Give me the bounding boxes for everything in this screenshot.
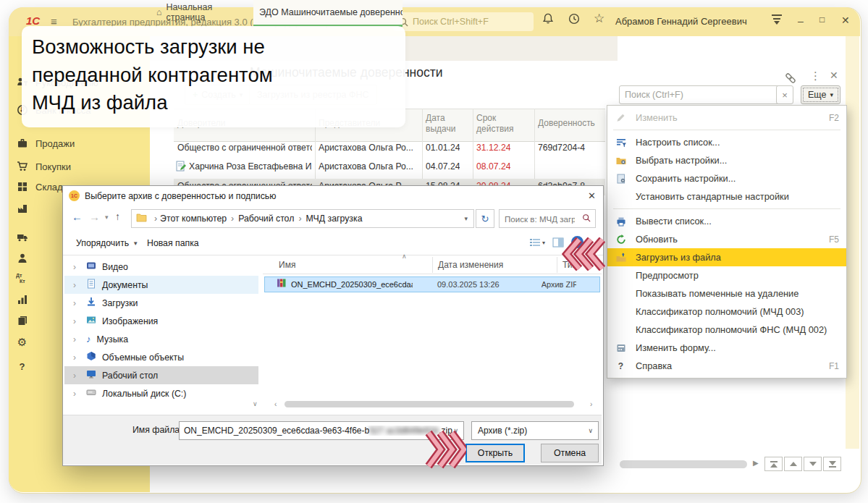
dialog-titlebar[interactable]: 1С Выберите архив с доверенностью и подп… [63, 186, 603, 206]
filelist-horizontal-scrollbar[interactable] [285, 401, 574, 407]
filetype-dropdown-icon[interactable]: ∨ [588, 427, 593, 434]
sidebar-item-operations[interactable]: ДтКт [16, 271, 28, 285]
sidebar-item-warehouse[interactable]: Склад [16, 179, 63, 194]
filelist-scroll-left-icon[interactable]: ‹ [274, 400, 277, 408]
menu-item-label: Установить стандартные настройки [636, 191, 789, 202]
horizontal-scrollbar[interactable] [620, 460, 747, 468]
refresh-address-icon: ↻ [481, 214, 489, 224]
file-row-selected[interactable]: ON_EMCHD_20250309_ece6cdaa-9e63-4f6e-b..… [264, 276, 600, 292]
clear-search-button[interactable]: × [776, 85, 793, 104]
sidebar-item-administration[interactable]: ⚙ [16, 335, 28, 350]
refresh-button[interactable]: ↻ [476, 209, 494, 228]
dialog-search-input[interactable]: Поиск в: МЧД загрузка [499, 209, 596, 228]
sidebar-item-production[interactable] [16, 201, 28, 216]
open-button[interactable]: Открыть [465, 444, 525, 462]
scroll-to-top-button[interactable] [764, 457, 783, 471]
dialog-close-button[interactable]: ✕ [588, 190, 596, 201]
sidebar-item-directories[interactable] [16, 313, 28, 328]
close-form-icon[interactable]: ✕ [830, 69, 838, 81]
sidebar-item-reports[interactable] [16, 292, 28, 307]
annotation-note: Возможность загрузки не переданной контр… [22, 26, 405, 127]
col-issue-date[interactable]: Дата выдачи [426, 113, 455, 135]
1c-logo-icon: 1С [26, 14, 40, 27]
tree-item-video[interactable]: › Видео [64, 258, 258, 276]
breadcrumb-desktop[interactable]: Рабочий стол [238, 214, 294, 224]
filetype-select[interactable]: Архив (*.zip) ∨ [471, 421, 599, 440]
col-poa-number[interactable]: Доверенность [538, 118, 604, 129]
tree-item-label: Рабочий стол [102, 371, 158, 381]
breadcrumb-folder[interactable]: МЧД загрузка [306, 214, 362, 224]
menu-item-edit-form[interactable]: Изменить форму... [607, 339, 846, 357]
file-col-modified[interactable]: Дата изменения [438, 260, 503, 270]
minimize-button[interactable]: – [798, 16, 804, 26]
file-modified: 09.03.2025 13:26 [437, 280, 500, 289]
list-search-input[interactable]: Поиск (Ctrl+F) [619, 85, 783, 104]
history-icon[interactable] [568, 12, 581, 28]
chevron-left-annotation [562, 237, 610, 271]
forward-arrow-icon[interactable]: → [89, 211, 100, 223]
new-folder-button[interactable]: Новая папка [147, 238, 199, 248]
sidebar-item-salary[interactable] [16, 251, 28, 266]
person-icon [16, 253, 28, 265]
maximize-button[interactable]: □ [819, 15, 825, 24]
menu-item-refresh[interactable]: Обновить F5 [607, 230, 846, 248]
file-col-divider [557, 257, 557, 273]
menu-item-configure-list[interactable]: Настроить список... [607, 133, 846, 151]
favorites-star-icon[interactable]: ☆ [594, 11, 604, 26]
scroll-to-bottom-button[interactable] [823, 457, 841, 471]
dialog-search-placeholder: Поиск в: МЧД загрузка [500, 214, 575, 224]
tree-item-documents[interactable]: › Документы [64, 276, 258, 294]
address-dropdown-icon[interactable]: ▾ [464, 215, 468, 222]
menu-item-edit[interactable]: Изменить F2 [607, 109, 846, 127]
back-arrow-icon[interactable]: ← [72, 211, 83, 223]
menu-item-save-settings[interactable]: Сохранить настройки... [607, 169, 846, 187]
menu-item-classifier-fns-002[interactable]: Классификатор полномочий ФНС (МЧД 002) [607, 321, 846, 339]
cell-valid-to: 31.12.24 [476, 143, 510, 153]
file-col-name[interactable]: Имя [279, 260, 295, 270]
screenshot-root: 1С ≡ Бухгалтерия предприятия, редакция 3… [0, 0, 868, 503]
menu-item-print-list[interactable]: Вывести список... [607, 212, 846, 230]
up-arrow-icon[interactable]: ↑ [115, 211, 120, 222]
tree-item-downloads[interactable]: › Загрузки [64, 294, 258, 312]
scroll-right-arrow[interactable]: ▶ [753, 459, 759, 467]
col-valid-until[interactable]: Срок действия [476, 113, 513, 135]
menu-item-help[interactable]: ? Справка F1 [607, 357, 846, 375]
tree-item-pictures[interactable]: › Изображения [64, 312, 258, 330]
more-button[interactable]: Еще ▾ [801, 85, 840, 104]
menu-item-classifier-003[interactable]: Классификатор полномочий (МЧД 003) [607, 303, 846, 321]
tab-home[interactable]: ⌂ Начальная страница [156, 0, 249, 25]
briefcase-icon [16, 138, 28, 150]
cancel-button[interactable]: Отмена [541, 444, 599, 462]
menu-item-choose-settings[interactable]: Выбрать настройки... [607, 151, 846, 169]
menu-item-load-from-file[interactable]: Загрузить из файла [607, 248, 846, 266]
scroll-down-button[interactable] [804, 457, 822, 471]
tree-item-3d-objects[interactable]: › Объемные объекты [64, 348, 258, 366]
notifications-bell-icon[interactable] [542, 12, 555, 28]
sidebar-item-sales[interactable]: Продажи [16, 136, 75, 151]
sidebar-item-assets[interactable] [16, 230, 28, 245]
filename-input[interactable]: ON_EMCHD_20250309_ece6cdaa-9e63-4f6e-b52… [179, 421, 464, 440]
tab-active-edo[interactable]: ЭДО Машиночитаемые доверенности [253, 0, 403, 27]
kebab-menu-icon[interactable]: ⋮ [810, 69, 821, 83]
breadcrumb-computer[interactable]: Этот компьютер [160, 214, 227, 224]
view-mode-icon[interactable]: ▾ [529, 237, 545, 248]
sidebar-item-purchases[interactable]: Покупки [16, 159, 71, 174]
user-name[interactable]: Абрамов Геннадий Сергеевич [615, 16, 747, 27]
address-bar[interactable]: › Этот компьютер › Рабочий стол › МЧД за… [131, 209, 474, 228]
filelist-scroll-right-icon[interactable]: › [590, 400, 592, 408]
tree-item-music[interactable]: › ♪ Музыка [64, 330, 258, 348]
menu-item-show-deleted[interactable]: Показывать помеченные на удаление [607, 284, 846, 303]
sidebar-item-help[interactable]: ? [16, 359, 28, 373]
close-window-button[interactable]: ✕ [841, 15, 850, 25]
tree-item-desktop[interactable]: › Рабочий стол [64, 366, 258, 384]
pencil-icon [615, 111, 627, 124]
nav-dropdown-icon[interactable]: ▾ [105, 214, 109, 221]
menu-item-standard-settings[interactable]: Установить стандартные настройки [607, 187, 846, 206]
menu-item-preview[interactable]: Предпросмотр [607, 266, 846, 284]
tree-scroll-down-icon[interactable]: ∨ [253, 400, 258, 407]
tree-item-local-disk[interactable]: › Локальный диск (C:) [64, 384, 258, 402]
scroll-up-button[interactable] [784, 457, 802, 471]
panel-toggle-icon[interactable] [772, 14, 782, 25]
organize-button[interactable]: Упорядочить ▼ [76, 238, 138, 248]
global-search-input[interactable]: Поиск Ctrl+Shift+F [393, 12, 534, 31]
